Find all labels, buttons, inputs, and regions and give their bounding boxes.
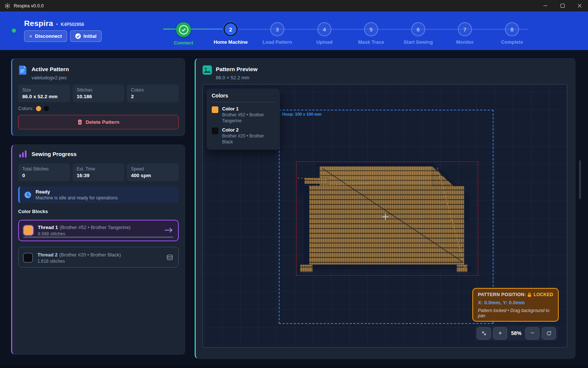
machine-serial: K4P502956 bbox=[61, 22, 84, 27]
maximize-icon bbox=[561, 4, 565, 8]
card-title: Pattern Preview bbox=[216, 66, 258, 72]
pattern-dimensions: 86.0 × 52.2 mm bbox=[216, 75, 250, 80]
x-icon: × bbox=[29, 33, 32, 39]
app-icon bbox=[4, 3, 10, 9]
colors-legend-panel: Colors Color 1 Brother #52 • Brother Tan… bbox=[207, 89, 280, 150]
app-header: Respira • K4P502956 × Disconnect Initial… bbox=[0, 11, 588, 50]
fit-view-button[interactable] bbox=[477, 327, 491, 339]
reset-view-button[interactable] bbox=[542, 327, 556, 339]
stat-colors: Colors2 bbox=[127, 84, 179, 102]
window-title: Respira v0.0.0 bbox=[14, 3, 44, 9]
pattern-stats: Size86.0 x 52.2 mm Stitches10.186 Colors… bbox=[18, 84, 179, 102]
active-pattern-card: Active Pattern valetudogv2.pes Size86.0 … bbox=[11, 58, 185, 136]
zoom-out-button[interactable]: − bbox=[525, 327, 539, 339]
connection-status-dot bbox=[12, 29, 16, 33]
brand-row: Respira • K4P502956 bbox=[24, 19, 84, 28]
check-circle-icon bbox=[75, 33, 81, 39]
initial-button[interactable]: Initial bbox=[70, 30, 102, 42]
stat-size: Size86.0 x 52.2 mm bbox=[18, 84, 70, 102]
thread-2-swatch bbox=[23, 253, 33, 263]
card-title: Active Pattern bbox=[32, 66, 69, 72]
step-monitor[interactable]: 7 Monitor bbox=[442, 22, 488, 45]
step-start-sewing[interactable]: 6 Start Sewing bbox=[395, 22, 442, 45]
image-icon bbox=[202, 65, 212, 75]
color-swatch-2 bbox=[44, 106, 49, 111]
locked-badge: LOCKED bbox=[534, 292, 553, 297]
title-bar[interactable]: Respira v0.0.0 bbox=[0, 0, 588, 11]
window-bottom-edge bbox=[0, 365, 588, 368]
scrollbar-thumb[interactable] bbox=[579, 160, 581, 199]
delete-pattern-button[interactable]: Delete Pattern bbox=[18, 115, 179, 129]
legend-item-color-2: Color 2 Brother #20 • Brother Black bbox=[212, 127, 275, 145]
step-load-pattern[interactable]: 3 Load Pattern bbox=[254, 22, 301, 45]
thread-1-swatch bbox=[23, 225, 33, 235]
close-button[interactable] bbox=[571, 0, 588, 11]
legend-swatch-1 bbox=[212, 106, 218, 113]
trash-icon bbox=[77, 119, 82, 125]
thread-2-stitch-count: 1.618 stitches bbox=[37, 259, 121, 264]
colors-legend-title: Colors bbox=[212, 93, 275, 99]
maximize-button[interactable] bbox=[554, 0, 571, 11]
brand-separator: • bbox=[56, 22, 57, 27]
pattern-preview-card: Pattern Preview 86.0 × 52.2 mm Hoop: 100… bbox=[195, 58, 575, 359]
pattern-filename: valetudogv2.pes bbox=[32, 75, 67, 80]
step-upload[interactable]: 4 Upload bbox=[301, 22, 348, 45]
minimize-button[interactable] bbox=[537, 0, 554, 11]
position-hint: Pattern locked • Drag background to pan bbox=[478, 308, 553, 318]
fit-icon bbox=[481, 331, 487, 336]
status-title: Ready bbox=[36, 189, 118, 195]
status-description: Machine is idle and ready for operations bbox=[36, 195, 118, 200]
refresh-icon bbox=[546, 331, 552, 336]
zoom-in-button[interactable]: + bbox=[493, 327, 507, 339]
stat-est-time: Est. Time16:39 bbox=[73, 163, 125, 181]
workflow-stepper: Connect 2 Home Machine 3 Load Pattern 4 … bbox=[160, 22, 542, 49]
stat-speed: Speed400 spm bbox=[127, 163, 179, 181]
layers-stack-icon bbox=[166, 254, 173, 261]
machine-status-banner: Ready Machine is idle and ready for oper… bbox=[18, 186, 179, 203]
zoom-level: 58% bbox=[509, 330, 523, 336]
card-title: Sewing Progress bbox=[32, 151, 77, 157]
stat-total-stitches: Total Stitches0 bbox=[18, 163, 70, 181]
arrow-right-icon bbox=[165, 228, 173, 233]
clock-icon bbox=[24, 191, 32, 199]
color-blocks-label: Color Blocks bbox=[18, 209, 48, 214]
sewing-stats: Total Stitches0 Est. Time16:39 Speed400 … bbox=[18, 163, 179, 181]
step-connect[interactable]: Connect bbox=[160, 22, 207, 46]
legend-item-color-1: Color 1 Brother #52 • Brother Tangerine bbox=[212, 106, 275, 124]
zoom-controls: + 58% − bbox=[475, 326, 558, 341]
stat-stitches: Stitches10.186 bbox=[73, 84, 125, 102]
file-icon bbox=[19, 65, 27, 75]
minimize-icon bbox=[544, 6, 547, 6]
color-swatch-1 bbox=[36, 106, 41, 111]
respira-app: { "titlebar": { "app_title": "Respira v0… bbox=[0, 0, 588, 368]
position-coordinates: X: 0.0mm, Y: 0.0mm bbox=[478, 300, 553, 305]
step-check-icon bbox=[176, 22, 191, 37]
lock-icon bbox=[527, 292, 532, 297]
step-home-machine[interactable]: 2 Home Machine bbox=[207, 22, 254, 45]
thread-1-progress-track bbox=[23, 236, 174, 238]
brand-title: Respira bbox=[24, 19, 53, 28]
legend-swatch-2 bbox=[212, 127, 218, 134]
sewing-progress-card: Sewing Progress Total Stitches0 Est. Tim… bbox=[11, 145, 185, 355]
disconnect-button[interactable]: × Disconnect bbox=[24, 30, 67, 42]
bar-chart-icon bbox=[19, 150, 27, 158]
step-complete[interactable]: 8 Complete bbox=[489, 22, 535, 45]
step-mask-trace[interactable]: 5 Mask Trace bbox=[348, 22, 394, 45]
preview-canvas[interactable]: Hoop: 100 x 100 mm bbox=[202, 84, 567, 348]
pattern-position-overlay: PATTERN POSITION: LOCKED X: 0.0mm, Y: 0.… bbox=[472, 288, 559, 322]
thread-block-2[interactable]: Thread 2 (Brother #20 • Brother Black) 1… bbox=[18, 247, 179, 268]
position-title: PATTERN POSITION: bbox=[478, 292, 526, 297]
thread-1-stitch-count: 8.568 stitches bbox=[38, 231, 131, 236]
colors-row: Colors: bbox=[18, 106, 49, 111]
thread-block-1[interactable]: Thread 1 (Brother #52 • Brother Tangerin… bbox=[18, 220, 179, 241]
